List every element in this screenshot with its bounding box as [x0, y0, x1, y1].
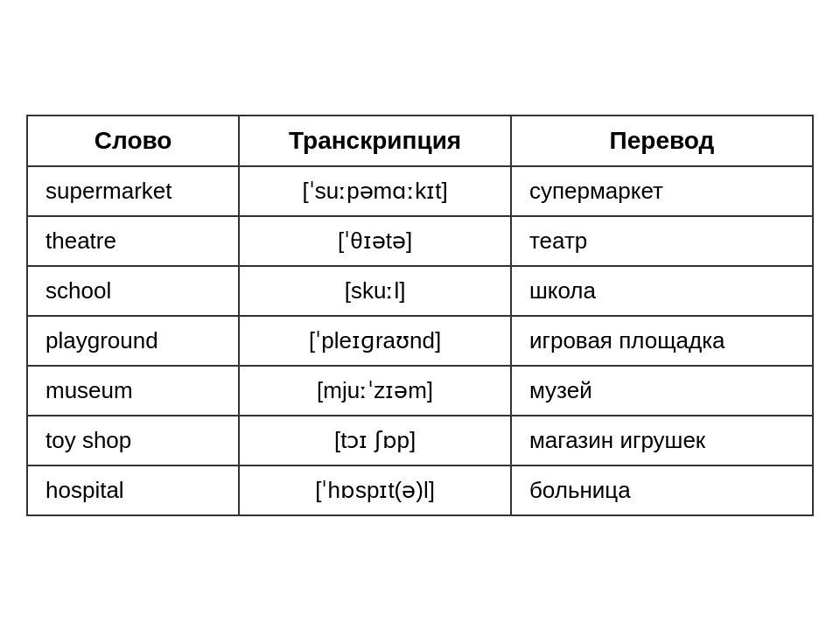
cell-translation: музей [511, 366, 813, 416]
table-row: theatre[ˈθɪətə]театр [27, 216, 813, 266]
cell-translation: супермаркет [511, 166, 813, 216]
table-row: supermarket[ˈsuːpəmɑːkɪt]супермаркет [27, 166, 813, 216]
cell-word: toy shop [27, 416, 239, 466]
header-transcription: Транскрипция [239, 116, 511, 166]
cell-word: school [27, 266, 239, 316]
cell-translation: магазин игрушек [511, 416, 813, 466]
cell-transcription: [ˈhɒspɪt(ə)l] [239, 466, 511, 515]
cell-translation: больница [511, 466, 813, 515]
vocabulary-table-container: Слово Транскрипция Перевод supermarket[ˈ… [26, 115, 814, 516]
cell-transcription: [ˈpleɪɡraʊnd] [239, 316, 511, 366]
table-row: school[skuːl]школа [27, 266, 813, 316]
cell-transcription: [mjuːˈzɪəm] [239, 366, 511, 416]
cell-word: hospital [27, 466, 239, 515]
cell-translation: школа [511, 266, 813, 316]
table-row: museum[mjuːˈzɪəm]музей [27, 366, 813, 416]
table-row: hospital[ˈhɒspɪt(ə)l]больница [27, 466, 813, 515]
cell-translation: игровая площадка [511, 316, 813, 366]
vocabulary-table: Слово Транскрипция Перевод supermarket[ˈ… [26, 115, 814, 516]
header-translation: Перевод [511, 116, 813, 166]
cell-word: supermarket [27, 166, 239, 216]
cell-transcription: [tɔɪ ʃɒp] [239, 416, 511, 466]
cell-transcription: [skuːl] [239, 266, 511, 316]
table-row: playground[ˈpleɪɡraʊnd]игровая площадка [27, 316, 813, 366]
cell-word: theatre [27, 216, 239, 266]
cell-translation: театр [511, 216, 813, 266]
cell-transcription: [ˈsuːpəmɑːkɪt] [239, 166, 511, 216]
cell-transcription: [ˈθɪətə] [239, 216, 511, 266]
cell-word: museum [27, 366, 239, 416]
cell-word: playground [27, 316, 239, 366]
header-word: Слово [27, 116, 239, 166]
header-row: Слово Транскрипция Перевод [27, 116, 813, 166]
table-row: toy shop[tɔɪ ʃɒp]магазин игрушек [27, 416, 813, 466]
